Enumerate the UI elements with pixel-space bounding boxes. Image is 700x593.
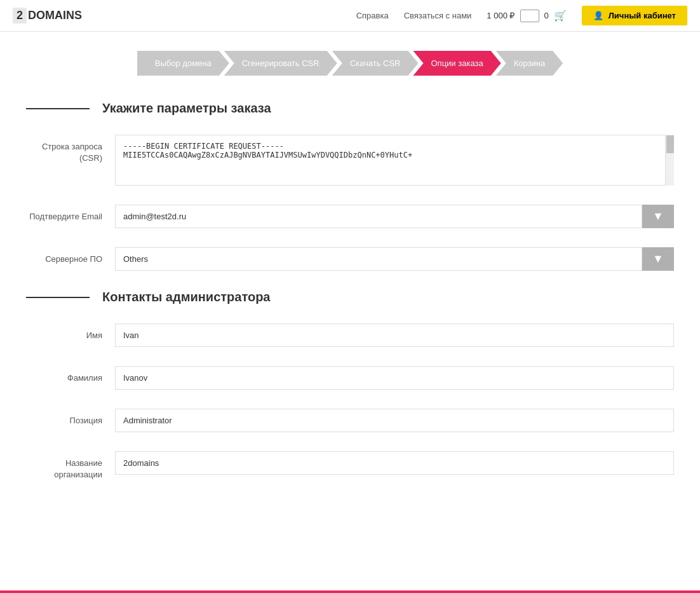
email-input[interactable]: [115, 205, 642, 228]
last-name-input[interactable]: [115, 366, 674, 390]
software-row: Серверное ПО ▼: [26, 247, 674, 271]
user-icon: 👤: [593, 11, 603, 20]
cabinet-label: Личный кабинет: [609, 11, 676, 20]
step-generate-csr[interactable]: Сгенерировать CSR: [224, 51, 337, 76]
software-control: ▼: [115, 247, 674, 271]
scroll-thumb: [666, 135, 674, 153]
email-dropdown-btn[interactable]: ▼: [642, 205, 674, 228]
admin-contacts-title: Контакты администратора: [102, 290, 271, 304]
position-control: [115, 409, 674, 432]
email-row: Подтвердите Email ▼: [26, 205, 674, 228]
csr-label: Строка запроса (CSR): [26, 135, 115, 164]
last-name-control: [115, 366, 674, 390]
step-cart[interactable]: Корзина: [496, 51, 563, 76]
last-name-row: Фамилия: [26, 366, 674, 390]
main-content: Укажите параметры заказа Строка запроса …: [13, 101, 687, 525]
order-params-section-header: Укажите параметры заказа: [26, 101, 674, 116]
email-label: Подтвердите Email: [26, 205, 115, 222]
chevron-down-icon: ▼: [652, 210, 664, 223]
logo-number: 2: [13, 8, 27, 24]
first-name-label: Имя: [26, 324, 115, 341]
step-domain[interactable]: Выбор домена: [137, 51, 229, 76]
balance-info: 1 000 ₽ 0 🛒: [487, 10, 566, 22]
csr-control: [115, 135, 674, 186]
nav-help[interactable]: Справка: [356, 11, 389, 20]
cart-icon: 🛒: [554, 10, 567, 22]
stepper: Выбор домена Сгенерировать CSR Скачать C…: [96, 51, 604, 76]
chevron-down-icon: ▼: [652, 252, 664, 266]
section-line: [26, 108, 90, 109]
position-row: Позиция: [26, 409, 674, 432]
order-params-title: Укажите параметры заказа: [102, 101, 271, 116]
section-line-2: [26, 297, 90, 298]
logo: 2 DOMAINS: [13, 8, 82, 24]
step-download-csr[interactable]: Скачать CSR: [332, 51, 419, 76]
email-control: ▼: [115, 205, 674, 228]
first-name-control: [115, 324, 674, 347]
step-order-options[interactable]: Опции заказа: [413, 51, 501, 76]
scrollbar: [665, 135, 674, 186]
software-dropdown-btn[interactable]: ▼: [642, 247, 674, 271]
header-nav: Справка Связаться с нами 1 000 ₽ 0 🛒 👤 Л…: [356, 6, 687, 25]
csr-textarea[interactable]: [115, 135, 674, 186]
org-label: Название организации: [26, 451, 115, 481]
cart-count: 0: [544, 11, 549, 20]
org-input[interactable]: [115, 451, 674, 475]
position-input[interactable]: [115, 409, 674, 432]
software-input[interactable]: [115, 247, 642, 271]
org-control: [115, 451, 674, 475]
admin-contacts-section-header: Контакты администратора: [26, 290, 674, 304]
first-name-row: Имя: [26, 324, 674, 347]
nav-contact[interactable]: Связаться с нами: [404, 11, 472, 20]
org-row: Название организации: [26, 451, 674, 481]
software-label: Серверное ПО: [26, 247, 115, 265]
last-name-label: Фамилия: [26, 366, 115, 384]
first-name-input[interactable]: [115, 324, 674, 347]
position-label: Позиция: [26, 409, 115, 426]
csr-row: Строка запроса (CSR): [26, 135, 674, 186]
balance-amount: 1 000 ₽: [487, 11, 515, 20]
cabinet-button[interactable]: 👤 Личный кабинет: [582, 6, 687, 25]
card-icon: [520, 10, 539, 22]
header: 2 DOMAINS Справка Связаться с нами 1 000…: [0, 0, 700, 32]
logo-text: DOMAINS: [28, 9, 82, 22]
